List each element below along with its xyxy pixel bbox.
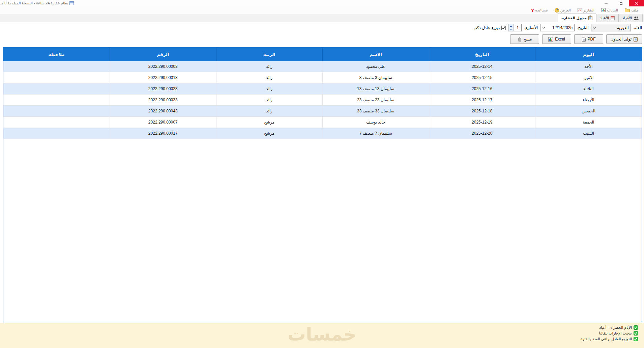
table-row[interactable]: الاثنين 2025-12-15 سلييمان 3 منصف 3 رائد… — [3, 72, 642, 83]
minimize-button[interactable] — [598, 0, 614, 6]
cell-note — [3, 83, 110, 95]
checkbox-checked-icon — [501, 26, 506, 30]
cell-name: سلييمان 3 منصف 3 — [323, 72, 429, 83]
table-header-row: اليوم التاريخ الاسم الرتبة الرقم ملاحظة — [3, 48, 642, 61]
menu-item-view[interactable]: العرض — [552, 7, 573, 13]
cell-day: الثلاثاء — [535, 83, 642, 95]
stepper-down-icon[interactable] — [508, 28, 514, 31]
tab-schedule[interactable]: جدول الخفاره — [558, 13, 596, 22]
clipboard-icon — [634, 37, 638, 42]
cell-note — [3, 95, 110, 106]
legend-note-distribution: التوزيع العادل يراعي العدد والفترة — [580, 337, 638, 341]
tab-holidays[interactable]: الأعياد — [596, 14, 618, 22]
cell-note — [3, 106, 110, 117]
tab-individuals[interactable]: الأفراد — [618, 14, 643, 22]
legend-note-text: التوزيع العادل يراعي العدد والفترة — [580, 337, 632, 341]
stepper-up-icon[interactable] — [508, 24, 514, 28]
column-header-day: اليوم — [535, 48, 642, 61]
menu-item-label: التقارير — [583, 8, 594, 12]
cell-day: السبت — [535, 128, 642, 139]
cell-note — [3, 72, 110, 83]
smart-distribution-label: توزيع عادل ذكي — [474, 25, 500, 30]
menu-item-label: العرض — [560, 8, 571, 12]
legend-note-holidays: الأيام الخضراء = أعياد — [580, 325, 638, 330]
category-label: الفئة: — [633, 25, 642, 30]
column-header-date: التاريخ — [429, 48, 535, 61]
menu-item-file[interactable]: ملف — [622, 7, 641, 13]
cell-day: الخميس — [535, 106, 642, 117]
cell-number: 2022.290.00003 — [110, 61, 216, 72]
app-window-icon — [69, 1, 74, 5]
cell-note — [3, 128, 110, 139]
table-row[interactable]: السبت 2025-12-20 سلييمان 7 منصف 7 مرشح 2… — [3, 128, 642, 139]
restore-icon — [619, 1, 623, 5]
date-label: التاريخ: — [577, 25, 588, 30]
cell-rank: رائد — [216, 95, 323, 106]
cell-day: الأحد — [535, 61, 642, 72]
cell-name: سلييمان 7 منصف 7 — [323, 128, 429, 139]
legend-note-vacations: يتجنب الإجازات تلقائياً — [580, 331, 638, 336]
bar-chart-icon — [548, 37, 553, 42]
cell-name: خالد يوسف — [323, 117, 429, 128]
calendar-icon — [611, 16, 615, 20]
column-header-number: الرقم — [110, 48, 216, 61]
menu-item-label: البيانات — [607, 8, 618, 12]
title-bar: نظام خفارة 24 ساعة - النسخة المتقدمة 2.0 — [0, 0, 644, 6]
category-select[interactable]: الدورية — [591, 24, 631, 31]
cell-number: 2022.290.00043 — [110, 106, 216, 117]
cell-number: 2022.290.00007 — [110, 117, 216, 128]
close-icon — [635, 1, 638, 5]
window-title: نظام خفارة 24 ساعة - النسخة المتقدمة 2.0 — [1, 1, 68, 5]
table-row[interactable]: الأحد 2025-12-14 علي محمود رائد 2022.290… — [3, 61, 642, 72]
column-header-note: ملاحظة — [3, 48, 110, 61]
cell-day: الأربعاء — [535, 95, 642, 106]
trash-icon — [518, 37, 522, 42]
menu-item-help[interactable]: ? مساعده — [529, 7, 550, 13]
green-check-icon — [634, 337, 638, 341]
footer-panel: خمسات الأيام الخضراء = أعياد يتجنب الإجا… — [0, 323, 644, 348]
menu-item-label: مساعده — [535, 8, 548, 12]
excel-export-button[interactable]: Excel — [542, 34, 571, 44]
cell-note — [3, 117, 110, 128]
menu-item-reports[interactable]: التقارير — [575, 7, 597, 13]
table-row[interactable]: الخميس 2025-12-18 سلييمان 33 منصف 33 رائ… — [3, 106, 642, 117]
tab-label: الأعياد — [600, 16, 609, 20]
cell-date: 2025-12-20 — [429, 128, 535, 139]
smart-distribution-checkbox[interactable]: توزيع عادل ذكي — [474, 25, 506, 30]
excel-export-label: Excel — [555, 37, 565, 42]
generate-schedule-button[interactable]: توليد الجدول — [606, 34, 642, 44]
restore-button[interactable] — [614, 0, 629, 6]
cell-rank: رائد — [216, 106, 323, 117]
pdf-export-button[interactable]: PDF — [574, 34, 603, 44]
cell-number: 2022.290.00033 — [110, 95, 216, 106]
close-button[interactable] — [629, 0, 644, 6]
cell-number: 2022.290.00017 — [110, 128, 216, 139]
table-row[interactable]: الثلاثاء 2025-12-16 سلييمان 13 منصف 13 ر… — [3, 83, 642, 95]
weeks-value: 1 — [514, 24, 521, 31]
clear-button[interactable]: مسح — [510, 34, 539, 44]
table-row[interactable]: الجمعة 2025-12-19 خالد يوسف مرشح 2022.29… — [3, 117, 642, 128]
cell-rank: رائد — [216, 83, 323, 95]
filter-toolbar: الفئة: الدورية التاريخ: 12/14/2025 الأسا… — [0, 22, 644, 33]
menu-item-label: ملف — [631, 8, 638, 12]
table-row[interactable]: الأربعاء 2025-12-17 سلييمان 23 منصف 23 ر… — [3, 95, 642, 106]
schedule-table: اليوم التاريخ الاسم الرتبة الرقم ملاحظة … — [3, 48, 642, 139]
date-value: 12/14/2025 — [552, 25, 573, 30]
date-picker[interactable]: 12/14/2025 — [540, 24, 575, 31]
column-header-rank: الرتبة — [216, 48, 323, 61]
pdf-export-label: PDF — [588, 37, 596, 42]
legend-notes: الأيام الخضراء = أعياد يتجنب الإجازات تل… — [580, 325, 638, 341]
folder-icon — [625, 8, 630, 12]
green-check-icon — [634, 325, 638, 330]
menu-item-data[interactable]: البيانات — [599, 7, 620, 13]
document-icon — [582, 37, 586, 42]
cell-date: 2025-12-18 — [429, 106, 535, 117]
cell-name: سلييمان 23 منصف 23 — [323, 95, 429, 106]
cell-note — [3, 61, 110, 72]
weeks-stepper[interactable]: 1 — [508, 24, 522, 31]
green-check-icon — [634, 331, 638, 336]
cell-name: علي محمود — [323, 61, 429, 72]
cell-rank: مرشح — [216, 117, 323, 128]
cell-date: 2025-12-15 — [429, 72, 535, 83]
people-icon — [634, 16, 639, 20]
